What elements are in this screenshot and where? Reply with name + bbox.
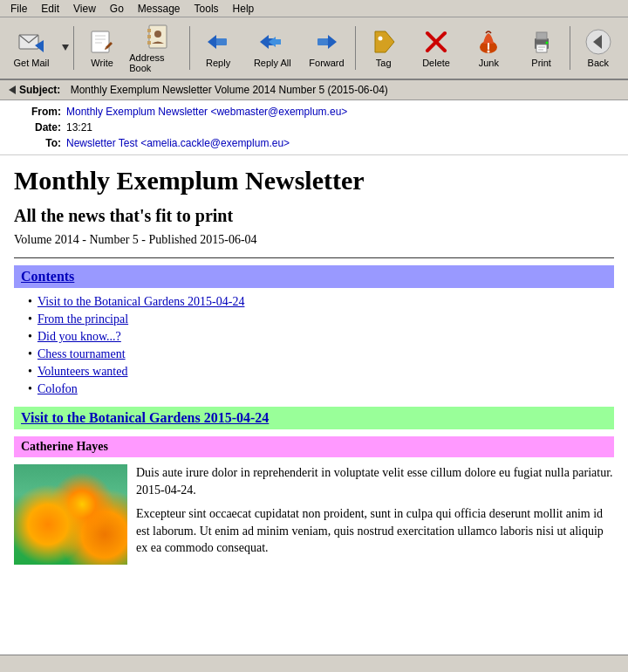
subject-label: Subject: [19,84,60,96]
menu-view[interactable]: View [66,1,103,17]
getmail-button[interactable]: Get Mail [3,20,59,76]
menu-edit[interactable]: Edit [34,1,66,17]
subject-bar: Subject: Monthly Exemplum Newsletter Vol… [0,80,628,100]
divider-1 [14,257,614,258]
newsletter-title: Monthly Exemplum Newsletter [14,166,614,195]
menu-bar: File Edit View Go Message Tools Help [0,0,628,17]
getmail-icon [17,28,45,56]
write-button[interactable]: Write [76,20,128,76]
svg-rect-14 [216,38,227,45]
to-row: To: Newsletter Test <amelia.cackle@exemp… [9,135,619,151]
addressbook-button[interactable]: Address Book [128,20,188,76]
menu-go[interactable]: Go [103,1,131,17]
reply-label: Reply [206,58,230,68]
menu-file[interactable]: File [3,1,34,17]
tag-label: Tag [376,58,392,68]
toolbar-sep-4 [570,26,570,70]
delete-label: Delete [422,58,450,68]
to-value[interactable]: Newsletter Test <amelia.cackle@exemplum.… [66,137,290,149]
contents-link[interactable]: Contents [21,269,74,284]
getmail-label: Get Mail [14,58,50,68]
from-row: From: Monthly Exemplum Newsletter <webma… [9,104,619,120]
article-content: Duis aute irure dolor in reprehenderit i… [14,464,614,565]
author-name: Catherine Hayes [21,440,108,453]
email-body-container: Monthly Exemplum Newsletter All the news… [0,155,628,672]
junk-icon [474,28,502,56]
article-paragraph-2: Excepteur sint occaecat cupidatat non pr… [136,505,614,557]
svg-rect-27 [536,45,547,52]
replyall-button[interactable]: Reply All [244,20,300,76]
svg-rect-18 [317,38,328,45]
print-button[interactable]: Print [515,20,567,76]
tag-icon [370,28,398,56]
article-image-inner [14,464,127,565]
date-label: Date: [9,121,61,134]
reply-button[interactable]: Reply [192,20,244,76]
article-image [14,464,127,565]
toolbar-sep-1 [73,26,74,70]
forward-button[interactable]: Forward [300,20,352,76]
svg-rect-4 [92,31,109,52]
print-label: Print [531,58,551,68]
contents-list: Visit to the Botanical Gardens 2015-04-2… [28,295,614,396]
svg-rect-9 [147,29,151,32]
back-button[interactable]: Back [572,20,625,76]
svg-rect-10 [147,35,151,38]
svg-marker-16 [269,37,281,47]
list-item: From the principal [28,312,614,326]
to-label: To: [9,137,61,149]
getmail-dropdown-arrow[interactable] [59,20,72,76]
article-paragraph-1: Duis aute irure dolor in reprehenderit i… [136,464,614,498]
reply-icon [204,28,232,56]
from-label: From: [9,106,61,118]
svg-point-24 [488,51,490,53]
newsletter-meta: Volume 2014 - Number 5 - Published 2015-… [14,233,614,247]
section1-link[interactable]: Visit to the Botanical Gardens 2015-04-2… [21,410,269,425]
svg-marker-3 [62,45,69,51]
getmail-button-group: Get Mail [3,20,72,76]
back-icon [584,28,612,56]
contents-item-3[interactable]: Chess tournament [38,347,126,361]
contents-item-1[interactable]: From the principal [38,312,128,326]
toolbar: Get Mail Write [0,17,628,80]
addressbook-label: Address Book [129,52,187,73]
subject-value: Monthly Exemplum Newsletter Volume 2014 … [71,84,388,96]
contents-header: Contents [14,265,614,288]
email-header: From: Monthly Exemplum Newsletter <webma… [0,100,628,155]
delete-icon [422,28,450,56]
svg-rect-11 [147,41,151,45]
menu-message[interactable]: Message [131,1,188,17]
write-label: Write [91,58,113,68]
junk-button[interactable]: Junk [462,20,515,76]
toolbar-sep-2 [189,26,190,70]
junk-label: Junk [479,58,499,68]
addressbook-icon [144,23,172,51]
svg-point-12 [154,31,161,38]
collapse-triangle[interactable] [9,86,16,94]
tag-button[interactable]: Tag [358,20,410,76]
svg-point-28 [545,42,548,45]
toolbar-sep-3 [355,26,356,70]
list-item: Chess tournament [28,347,614,361]
list-item: Visit to the Botanical Gardens 2015-04-2… [28,295,614,309]
forward-label: Forward [309,58,344,68]
date-row: Date: 13:21 [9,120,619,135]
contents-item-2[interactable]: Did you know...? [38,330,121,344]
contents-item-0[interactable]: Visit to the Botanical Gardens 2015-04-2… [38,295,245,309]
contents-item-5[interactable]: Colofon [38,382,78,396]
menu-help[interactable]: Help [226,1,262,17]
contents-item-4[interactable]: Volunteers wanted [38,365,128,379]
menu-tools[interactable]: Tools [188,1,226,17]
forward-icon [312,28,340,56]
back-label: Back [588,58,609,68]
replyall-icon [258,28,286,56]
print-icon [528,28,556,56]
article-text: Duis aute irure dolor in reprehenderit i… [136,464,614,565]
email-body: Monthly Exemplum Newsletter All the news… [0,155,628,586]
svg-point-19 [378,37,382,41]
date-value: 13:21 [66,121,92,134]
from-value[interactable]: Monthly Exemplum Newsletter <webmaster@e… [66,106,347,118]
delete-button[interactable]: Delete [410,20,462,76]
list-item: Volunteers wanted [28,365,614,379]
list-item: Did you know...? [28,330,614,344]
